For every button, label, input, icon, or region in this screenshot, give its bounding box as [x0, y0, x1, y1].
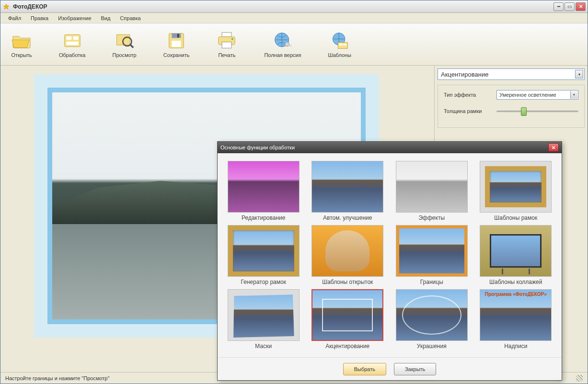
- svg-rect-9: [172, 33, 181, 38]
- svg-rect-21: [339, 44, 342, 45]
- function-item-1[interactable]: Автом. улучшение: [310, 161, 386, 221]
- function-thumb: [311, 161, 383, 213]
- category-value: Акцентирование: [441, 71, 488, 78]
- select-button[interactable]: Выбрать: [343, 363, 386, 375]
- function-label: Надписи: [504, 343, 527, 350]
- printer-icon: [216, 31, 237, 50]
- menu-image[interactable]: Изображение: [54, 14, 95, 22]
- effect-type-label: Тип эффекта: [444, 92, 492, 98]
- preview-button[interactable]: Просмотр: [108, 29, 140, 60]
- toolbar: Открыть Обработка Просмотр Сохранить Печ…: [0, 23, 588, 66]
- function-item-10[interactable]: Украшения: [393, 289, 470, 350]
- save-button[interactable]: Сохранить: [160, 29, 194, 60]
- function-item-7[interactable]: Шаблоны коллажей: [478, 225, 554, 285]
- effect-type-select[interactable]: Умеренное осветление ▾: [496, 90, 578, 100]
- templates-button[interactable]: Шаблоны: [324, 29, 355, 60]
- svg-rect-14: [222, 42, 231, 48]
- minimize-button[interactable]: ━: [553, 2, 564, 11]
- chevron-down-icon: ▾: [575, 70, 583, 79]
- function-label: Шаблоны рамок: [494, 215, 537, 221]
- function-thumb: [480, 161, 552, 213]
- function-label: Украшения: [417, 343, 447, 350]
- function-item-9[interactable]: Акцентирование: [310, 289, 386, 350]
- function-label: Генератор рамок: [241, 279, 286, 285]
- floppy-icon: [166, 31, 187, 50]
- effect-panel: Тип эффекта Умеренное осветление ▾ Толщи…: [438, 85, 585, 128]
- resize-grip[interactable]: [576, 375, 583, 382]
- globe-templates-icon: [329, 31, 350, 50]
- window-title: ФотоДЕКОР: [13, 3, 553, 10]
- svg-rect-12: [222, 32, 231, 36]
- thickness-slider[interactable]: [496, 106, 578, 116]
- function-label: Шаблоны открыток: [322, 279, 373, 285]
- chevron-down-icon: ▾: [570, 91, 577, 99]
- function-label: Эффекты: [418, 215, 445, 221]
- function-thumb: [480, 225, 552, 277]
- function-thumb: [396, 161, 468, 213]
- thickness-label: Толщина рамки: [444, 108, 492, 114]
- function-item-5[interactable]: Шаблоны открыток: [310, 225, 386, 285]
- function-thumb: Программа «ФотоДЕКОР»: [480, 289, 552, 341]
- functions-grid: РедактированиеАвтом. улучшениеЭффектыШаб…: [218, 153, 562, 357]
- title-bar[interactable]: ФотоДЕКОР ━ ▭ ✕: [0, 0, 588, 13]
- menu-help[interactable]: Справка: [116, 14, 144, 22]
- function-thumb: [396, 225, 468, 277]
- function-label: Акцентирование: [325, 343, 369, 350]
- dialog-titlebar[interactable]: Основные функции обработки ✕: [218, 142, 562, 153]
- function-label: Границы: [420, 279, 443, 285]
- function-item-8[interactable]: Маски: [225, 289, 302, 350]
- status-text: Настройте границы и нажмите "Просмотр": [5, 375, 109, 381]
- function-item-11[interactable]: Программа «ФотоДЕКОР»Надписи: [478, 289, 554, 350]
- app-star-icon: [2, 3, 10, 11]
- svg-rect-18: [288, 45, 292, 46]
- print-button[interactable]: Печать: [212, 29, 241, 60]
- function-label: Маски: [255, 343, 272, 350]
- svg-point-15: [231, 38, 233, 40]
- menu-view[interactable]: Вид: [97, 14, 115, 22]
- function-thumb: [396, 289, 468, 341]
- menu-edit[interactable]: Правка: [27, 14, 52, 22]
- close-dialog-button[interactable]: Закрыть: [394, 363, 436, 375]
- dialog-title: Основные функции обработки: [220, 145, 548, 150]
- globe-key-icon: [272, 31, 293, 50]
- close-button[interactable]: ✕: [576, 2, 586, 11]
- svg-line-7: [130, 45, 133, 47]
- function-thumb: [228, 161, 300, 213]
- svg-rect-3: [73, 36, 79, 40]
- category-select[interactable]: Акцентирование ▾: [438, 68, 585, 80]
- svg-rect-11: [177, 34, 179, 37]
- full-version-button[interactable]: Полная версия: [260, 29, 305, 60]
- folder-open-icon: [11, 31, 32, 50]
- function-label: Шаблоны коллажей: [489, 279, 542, 285]
- maximize-button[interactable]: ▭: [565, 2, 575, 11]
- magnifier-icon: [114, 31, 135, 50]
- function-label: Редактирование: [242, 215, 285, 221]
- function-item-6[interactable]: Границы: [393, 225, 470, 285]
- process-icon: [62, 31, 83, 50]
- function-item-3[interactable]: Шаблоны рамок: [478, 161, 554, 221]
- function-label: Автом. улучшение: [323, 215, 372, 221]
- open-button[interactable]: Открыть: [7, 29, 36, 60]
- functions-dialog: Основные функции обработки ✕ Редактирова…: [217, 141, 562, 381]
- menu-file[interactable]: Файл: [4, 14, 25, 22]
- process-button[interactable]: Обработка: [55, 29, 89, 60]
- function-thumb: [228, 289, 300, 341]
- function-item-4[interactable]: Генератор рамок: [225, 225, 302, 285]
- svg-rect-10: [172, 41, 181, 47]
- function-thumb: [311, 289, 383, 341]
- slider-thumb[interactable]: [521, 107, 527, 116]
- svg-rect-4: [66, 41, 78, 45]
- function-item-2[interactable]: Эффекты: [393, 161, 470, 221]
- function-thumb: [228, 225, 300, 277]
- svg-marker-0: [3, 4, 9, 9]
- dialog-close-button[interactable]: ✕: [548, 143, 559, 152]
- svg-rect-2: [66, 36, 71, 40]
- function-item-0[interactable]: Редактирование: [225, 161, 302, 221]
- function-thumb: [311, 225, 383, 277]
- svg-rect-22: [343, 44, 346, 45]
- menu-bar: Файл Правка Изображение Вид Справка: [0, 13, 588, 23]
